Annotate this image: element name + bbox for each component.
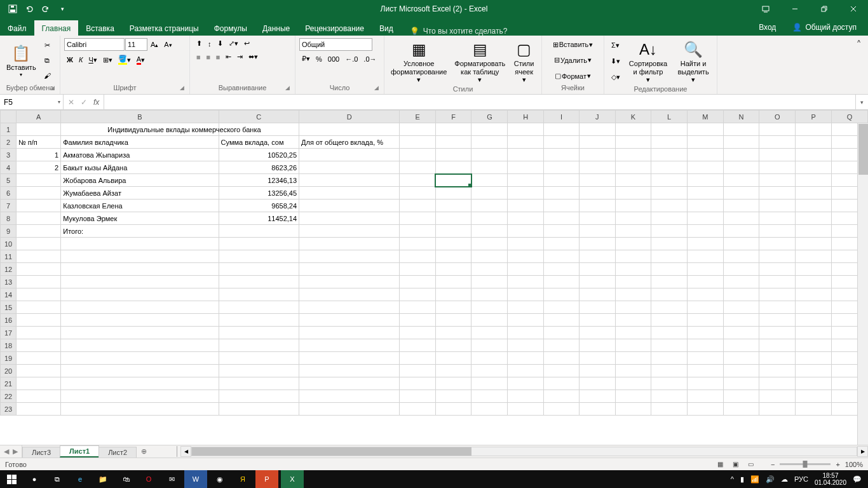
cell[interactable]	[651, 352, 688, 365]
cell[interactable]	[400, 301, 436, 314]
cell[interactable]	[544, 123, 580, 136]
cell[interactable]	[723, 339, 759, 352]
cell[interactable]	[471, 377, 508, 390]
font-size-select[interactable]	[125, 38, 147, 51]
enter-formula-icon[interactable]: ✓	[79, 98, 89, 107]
cell[interactable]	[687, 187, 723, 200]
cell[interactable]	[471, 301, 508, 314]
cell[interactable]	[435, 288, 471, 301]
cell[interactable]	[219, 288, 299, 301]
cell[interactable]	[471, 149, 508, 161]
volume-icon[interactable]: 🔊	[766, 475, 775, 484]
cell[interactable]	[759, 339, 796, 352]
cell[interactable]	[759, 161, 796, 174]
cell[interactable]	[687, 136, 723, 149]
file-explorer-icon[interactable]: 📁	[92, 470, 114, 488]
cell[interactable]	[544, 365, 580, 377]
cell[interactable]	[17, 314, 61, 327]
cell[interactable]	[400, 238, 436, 250]
cell[interactable]	[61, 390, 219, 403]
cell[interactable]	[723, 314, 759, 327]
cell[interactable]	[615, 314, 651, 327]
collapse-ribbon-icon[interactable]: ^	[855, 38, 863, 48]
hscroll-right-icon[interactable]: ▶	[857, 446, 868, 457]
cell[interactable]	[723, 200, 759, 212]
cell[interactable]	[796, 161, 832, 174]
cell[interactable]	[400, 123, 436, 136]
cell[interactable]: Жобарова Альвира	[61, 174, 219, 187]
cell[interactable]	[17, 390, 61, 403]
cell[interactable]	[219, 390, 299, 403]
cell[interactable]	[544, 314, 580, 327]
cell[interactable]	[544, 187, 580, 200]
cell[interactable]	[299, 161, 400, 174]
cell[interactable]: 2	[17, 161, 61, 174]
edge-icon[interactable]: e	[69, 470, 92, 488]
cell[interactable]	[508, 288, 544, 301]
cell[interactable]	[615, 212, 651, 225]
cell[interactable]	[61, 263, 219, 276]
powerpoint-icon[interactable]: P	[255, 470, 278, 488]
cell[interactable]	[796, 339, 832, 352]
column-header[interactable]: A	[17, 111, 61, 123]
cell[interactable]	[61, 339, 219, 352]
cell[interactable]	[219, 339, 299, 352]
maximize-button[interactable]	[810, 0, 839, 18]
cell[interactable]	[435, 276, 471, 288]
cell[interactable]	[580, 339, 615, 352]
cell[interactable]	[723, 327, 759, 339]
cell[interactable]	[615, 174, 651, 187]
task-view-icon[interactable]: ⧉	[46, 470, 69, 488]
cell[interactable]	[17, 339, 61, 352]
cell[interactable]: 8623,26	[219, 161, 299, 174]
wrap-text-icon[interactable]: ↩	[241, 38, 252, 49]
cell[interactable]	[17, 263, 61, 276]
cell[interactable]: Жумабаева Айзат	[61, 187, 219, 200]
taskbar-clock[interactable]: 18:57 01.04.2020	[815, 472, 846, 486]
cell[interactable]	[687, 377, 723, 390]
cell[interactable]	[723, 276, 759, 288]
cell[interactable]	[17, 250, 61, 263]
cell[interactable]	[687, 276, 723, 288]
cell[interactable]	[651, 123, 688, 136]
cell[interactable]	[687, 161, 723, 174]
row-header[interactable]: 6	[1, 187, 17, 200]
row-header[interactable]: 20	[1, 365, 17, 377]
cell[interactable]	[435, 314, 471, 327]
cell[interactable]	[723, 250, 759, 263]
zoom-in-button[interactable]: +	[836, 461, 839, 468]
cell[interactable]	[796, 250, 832, 263]
cell[interactable]	[796, 390, 832, 403]
cell[interactable]	[508, 365, 544, 377]
cell[interactable]	[615, 200, 651, 212]
cell[interactable]	[723, 174, 759, 187]
ribbon-options-icon[interactable]	[751, 0, 780, 18]
add-sheet-button[interactable]: ⊕	[136, 445, 151, 458]
sheet-tab[interactable]: Лист2	[98, 447, 137, 458]
cell[interactable]	[17, 187, 61, 200]
cell[interactable]	[299, 352, 400, 365]
cell[interactable]	[687, 200, 723, 212]
cell[interactable]	[400, 352, 436, 365]
cell[interactable]	[687, 339, 723, 352]
cell[interactable]	[508, 212, 544, 225]
percent-format-icon[interactable]: %	[313, 54, 325, 64]
cell[interactable]	[651, 403, 688, 416]
cell[interactable]	[219, 225, 299, 238]
decrease-decimal-icon[interactable]: .0→	[361, 54, 379, 64]
cell[interactable]	[796, 149, 832, 161]
mail-icon[interactable]: ✉	[160, 470, 183, 488]
cell[interactable]	[61, 288, 219, 301]
cell[interactable]	[687, 238, 723, 250]
tab-formulas[interactable]: Формулы	[207, 20, 255, 36]
cell[interactable]	[17, 212, 61, 225]
cell[interactable]	[651, 187, 688, 200]
tab-home[interactable]: Главная	[34, 20, 79, 36]
cell[interactable]	[299, 238, 400, 250]
hscroll-left-icon[interactable]: ◀	[180, 446, 191, 457]
column-header[interactable]: F	[435, 111, 471, 123]
cell[interactable]	[219, 403, 299, 416]
cell[interactable]	[299, 390, 400, 403]
cell[interactable]	[615, 225, 651, 238]
row-header[interactable]: 3	[1, 149, 17, 161]
